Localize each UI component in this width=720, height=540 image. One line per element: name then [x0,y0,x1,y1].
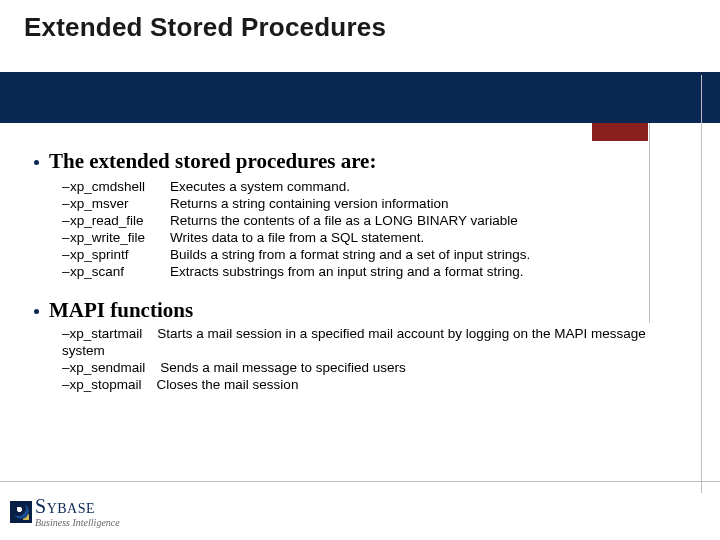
proc-name: xp_startmail [70,326,143,341]
proc-desc: Closes the mail session [157,377,299,392]
footer-rule [0,481,720,482]
proc-name: xp_sprintf [70,246,170,263]
logo-mark-icon [10,501,32,523]
vertical-rule-outer [701,75,702,493]
title-bar-navy [0,72,720,123]
proc-name: xp_stopmail [70,377,142,392]
slide: Extended Stored Procedures The extended … [0,0,720,540]
dash-icon: – [62,263,70,280]
dash-icon: – [62,229,70,246]
list-item: –xp_msverReturns a string containing ver… [62,195,674,212]
logo-brand: SYBASE [35,496,120,516]
list-item: –xp_scanfExtracts substrings from an inp… [62,263,674,280]
list-item: –xp_cmdshellExecutes a system command. [62,178,674,195]
proc-desc: Extracts substrings from an input string… [170,263,674,280]
extended-list: –xp_cmdshellExecutes a system command. –… [62,178,674,280]
proc-name: xp_sendmail [70,360,146,375]
logo-tagline: Business Intelligence [35,518,120,528]
proc-desc: Builds a string from a format string and… [170,246,674,263]
list-item: –xp_sprintfBuilds a string from a format… [62,246,674,263]
proc-desc: Starts a mail session in a specified mai… [62,326,646,358]
proc-desc: Writes data to a file from a SQL stateme… [170,229,674,246]
proc-name: xp_cmdshell [70,178,170,195]
bullet-mapi: MAPI functions [34,298,674,323]
title-bar-maroon [592,123,648,141]
dash-icon: – [62,326,70,341]
slide-title: Extended Stored Procedures [24,12,386,43]
dash-icon: – [62,246,70,263]
bullet-extended: The extended stored procedures are: [34,149,674,174]
bullet-heading: The extended stored procedures are: [49,149,376,174]
bullet-dot-icon [34,309,39,314]
proc-desc: Returns a string containing version info… [170,195,674,212]
proc-desc: Returns the contents of a file as a LONG… [170,212,674,229]
proc-desc: Sends a mail message to specified users [160,360,405,375]
list-item: –xp_write_fileWrites data to a file from… [62,229,674,246]
dash-icon: – [62,212,70,229]
bullet-dot-icon [34,160,39,165]
slide-body: The extended stored procedures are: –xp_… [34,145,674,393]
dash-icon: – [62,360,70,375]
logo-text: SYBASE Business Intelligence [35,496,120,528]
dash-icon: – [62,178,70,195]
proc-name: xp_msver [70,195,170,212]
proc-name: xp_scanf [70,263,170,280]
dash-icon: – [62,377,70,392]
proc-name: xp_write_file [70,229,170,246]
mapi-list: –xp_startmail Starts a mail session in a… [62,325,662,393]
sybase-logo: SYBASE Business Intelligence [10,496,120,528]
bullet-heading: MAPI functions [49,298,193,323]
proc-name: xp_read_file [70,212,170,229]
dash-icon: – [62,195,70,212]
proc-desc: Executes a system command. [170,178,674,195]
list-item: –xp_read_fileReturns the contents of a f… [62,212,674,229]
